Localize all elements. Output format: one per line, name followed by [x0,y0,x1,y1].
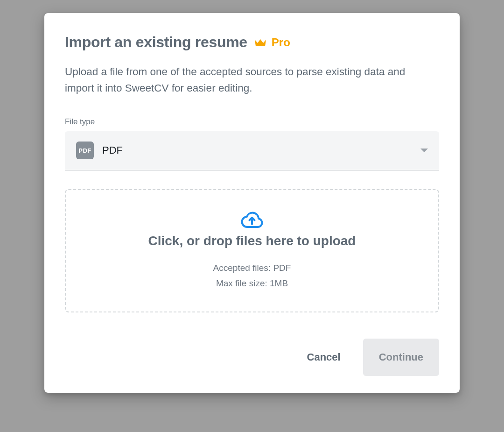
cancel-button[interactable]: Cancel [291,339,357,376]
file-type-label: File type [65,117,439,127]
import-resume-modal: Import an existing resume Pro Upload a f… [44,13,460,393]
pro-badge: Pro [272,36,290,49]
dropzone-max-size: Max file size: 1MB [216,276,288,291]
file-dropzone[interactable]: Click, or drop files here to upload Acce… [65,189,439,312]
file-type-value: PDF [102,144,420,156]
modal-title: Import an existing resume [65,34,247,51]
chevron-down-icon [420,149,428,152]
dropzone-title: Click, or drop files here to upload [148,234,356,248]
dropzone-accepted: Accepted files: PDF [213,261,291,276]
cloud-upload-icon [241,210,263,229]
modal-actions: Cancel Continue [65,339,439,376]
modal-header: Import an existing resume Pro [65,34,439,51]
crown-icon [254,38,267,47]
pdf-icon: PDF [76,142,94,159]
file-type-select[interactable]: PDF PDF [65,131,439,170]
modal-description: Upload a file from one of the accepted s… [65,64,429,97]
continue-button[interactable]: Continue [363,339,439,376]
